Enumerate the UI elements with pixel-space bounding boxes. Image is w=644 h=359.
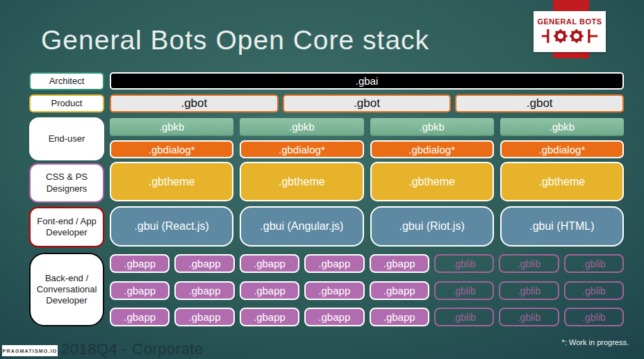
label-backend-conversational-developer: Back-end / Conversational Developer (29, 253, 104, 326)
gbapp-box: .gbapp (110, 308, 170, 326)
gbapp-box: .gbapp (110, 281, 170, 300)
gbapp-box: .gbapp (174, 281, 234, 300)
gblib-box: .gblib (499, 254, 559, 273)
gbapp-box: .gbapp (304, 281, 364, 300)
gbdialog-box: .gbdialog* (370, 140, 494, 158)
backend-row-2: .gbapp.gbapp.gbapp.gbapp.gbapp.gblib.gbl… (110, 281, 624, 300)
gblib-box: .gblib (564, 308, 624, 326)
gbdialog-box: .gbdialog* (500, 140, 624, 158)
gbtheme-box: .gbtheme (370, 162, 494, 201)
gbkb-box: .gbkb (240, 118, 363, 136)
gbkb-row: .gbkb.gbkb.gbkb.gbkb (110, 118, 624, 136)
gbot-box: .gbot (283, 94, 452, 112)
pragmatismo-logo: PRAGMATISMO.IO (2, 345, 58, 356)
gbapp-box: .gbapp (174, 254, 234, 273)
gbdialog-box: .gbdialog* (240, 140, 363, 158)
gbtheme-box: .gbtheme (500, 162, 624, 201)
gbai-box: .gbai (110, 72, 624, 90)
gbkb-box: .gbkb (110, 118, 233, 136)
gbapp-box: .gbapp (370, 281, 429, 300)
gbapp-box: .gbapp (304, 308, 364, 326)
gbapp-box: .gbapp (370, 308, 429, 326)
gbkb-box: .gbkb (370, 118, 494, 136)
gblib-box: .gblib (564, 281, 624, 300)
gblib-box: .gblib (499, 281, 559, 300)
gbapp-box: .gbapp (304, 254, 364, 273)
gblib-box: .gblib (499, 308, 559, 326)
label-end-user: End-user (29, 117, 104, 160)
gbapp-box: .gbapp (240, 254, 299, 273)
gbtheme-row: .gbtheme.gbtheme.gbtheme.gbtheme (110, 162, 624, 201)
gblib-box: .gblib (434, 281, 494, 300)
logo-brand-text: GENERAL BOTS (537, 17, 602, 26)
gbai-row: .gbai (110, 72, 624, 90)
gbui-box: .gbui (React.js) (110, 206, 233, 247)
label-product: Product (29, 94, 104, 112)
gblib-box: .gblib (564, 254, 624, 273)
page-title: General Bots Open Core stack (41, 25, 527, 56)
gbapp-box: .gbapp (174, 308, 234, 326)
gbot-box: .gbot (110, 94, 279, 112)
gbapp-box: .gbapp (110, 254, 170, 273)
gblib-box: .gblib (434, 254, 494, 273)
gbot-row: .gbot.gbot.gbot (110, 94, 624, 112)
label-architect: Architect (29, 72, 104, 90)
general-bots-logo: GENERAL BOTS (534, 11, 606, 52)
work-in-progress-footnote: *: Work in progress. (562, 338, 629, 347)
backend-row-1: .gbapp.gbapp.gbapp.gbapp.gbapp.gblib.gbl… (110, 254, 624, 273)
label-css-ps-designers: CSS & PS Designers (29, 163, 104, 203)
gbui-box: .gbui (Angular.js) (240, 206, 363, 247)
gbui-box: .gbui (Riot.js) (370, 206, 494, 247)
gbapp-box: .gbapp (370, 254, 429, 273)
gbdialog-box: .gbdialog* (110, 140, 233, 158)
gbapp-box: .gbapp (240, 281, 299, 300)
gbtheme-box: .gbtheme (110, 162, 233, 201)
gbtheme-box: .gbtheme (240, 162, 363, 201)
gears-icon (541, 26, 598, 46)
gblib-box: .gblib (434, 308, 494, 326)
gbkb-box: .gbkb (500, 118, 624, 136)
slide: General Bots Open Core stack GENERAL BOT… (0, 0, 644, 359)
gbapp-box: .gbapp (240, 308, 299, 326)
gbot-box: .gbot (455, 94, 624, 112)
gbui-row: .gbui (React.js).gbui (Angular.js).gbui … (110, 206, 624, 247)
gbdialog-row: .gbdialog*.gbdialog*.gbdialog*.gbdialog* (110, 140, 624, 158)
gbui-box: .gbui (HTML) (500, 206, 624, 247)
backend-row-3: .gbapp.gbapp.gbapp.gbapp.gbapp.gblib.gbl… (110, 308, 624, 326)
footer-caption: 2018Q4 - Corporate (61, 340, 204, 358)
label-frontend-app-developer: Font-end / App Developer (29, 207, 104, 247)
